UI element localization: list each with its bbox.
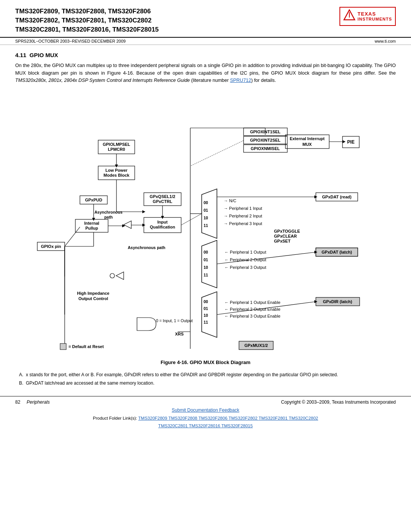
svg-line-116: [190, 141, 244, 166]
svg-text:External Interrupt: External Interrupt: [290, 136, 325, 141]
texas-label: TEXAS: [358, 11, 392, 17]
product-link-f2809[interactable]: TMS320F2809: [138, 416, 168, 420]
svg-text:01: 01: [204, 306, 208, 311]
product-link-f2806[interactable]: TMS320F2806: [198, 416, 228, 420]
svg-line-87: [65, 227, 80, 246]
ti-logo-text: TEXAS INSTRUMENTS: [358, 11, 392, 21]
spru712-link[interactable]: SPRU712: [230, 78, 251, 83]
svg-text:00: 00: [204, 200, 208, 205]
product-link-f28015[interactable]: TMS320F28015: [221, 423, 253, 428]
product-folder-prefix: Product Folder Link(s):: [93, 416, 137, 420]
svg-text:00: 00: [204, 299, 208, 304]
submit-feedback-link[interactable]: Submit Documentation Feedback: [15, 406, 396, 414]
svg-rect-100: [60, 343, 66, 350]
page: TMS320F2809, TMS320F2808, TMS320F2806 TM…: [0, 0, 411, 532]
svg-marker-19: [202, 189, 217, 238]
svg-text:01: 01: [204, 208, 208, 212]
product-link-f28016[interactable]: TMS320F28016: [189, 423, 221, 428]
product-link-c2801[interactable]: TMS320C2801: [158, 423, 189, 428]
section-title: 4.11 GPIO MUX: [15, 52, 396, 58]
footer: 82 Peripherals Copyright © 2003–2009, Te…: [0, 396, 411, 431]
svg-text:GPxTOGGLE: GPxTOGGLE: [274, 229, 300, 233]
product-folder-links: Product Folder Link(s): TMS320F2809 TMS3…: [15, 415, 396, 422]
ti-logo: TEXAS INSTRUMENTS: [339, 7, 396, 26]
website: www.ti.com: [374, 39, 396, 43]
section-label: Peripherals: [27, 399, 50, 405]
svg-text:11: 11: [204, 320, 208, 324]
svg-text:LPMCR0: LPMCR0: [108, 147, 125, 152]
svg-text:Modes Block: Modes Block: [104, 173, 130, 177]
svg-text:High Impedance: High Impedance: [77, 291, 110, 296]
section-body: On the 280x, the GPIO MUX can multiplex …: [15, 62, 396, 84]
svg-text:01: 01: [204, 257, 208, 262]
svg-text:GPxMUX1/2: GPxMUX1/2: [244, 343, 268, 348]
svg-text:← Peripheral 3 Output: ← Peripheral 3 Output: [225, 265, 266, 270]
svg-text:→ N/C: → N/C: [224, 198, 236, 203]
svg-marker-62: [116, 272, 124, 280]
footer-top: 82 Peripherals Copyright © 2003–2009, Te…: [15, 399, 396, 405]
svg-text:GPxSET: GPxSET: [274, 239, 291, 243]
svg-text:→ Peripheral 1 Input: → Peripheral 1 Input: [224, 206, 262, 211]
svg-text:GPxDAT (read): GPxDAT (read): [322, 195, 352, 199]
product-folder-links-2: TMS320C2801 TMS320F28016 TMS320F28015: [15, 422, 396, 430]
svg-text:Output Control: Output Control: [78, 296, 108, 301]
svg-text:11: 11: [204, 223, 208, 228]
svg-text:= Default at Reset: = Default at Reset: [68, 344, 104, 349]
product-link-f2801[interactable]: TMS320F2801: [259, 416, 289, 420]
svg-text:→ Peripheral 3 Input: → Peripheral 3 Input: [224, 221, 262, 226]
notes: A. x stands for the port, either A or B.…: [15, 371, 396, 387]
svg-text:Internal: Internal: [84, 221, 99, 225]
note-a: A. x stands for the port, either A or B.…: [19, 371, 396, 379]
note-b: B. GPxDAT latch/read are accessed at the…: [19, 380, 396, 387]
svg-marker-84: [142, 210, 145, 213]
figure-container: GPIOx pin GPxPUD Internal Pullup Input Q…: [15, 90, 396, 365]
figure-caption: Figure 4-16. GPIO MUX Block Diagram: [161, 359, 250, 365]
svg-text:11: 11: [204, 273, 208, 277]
svg-text:XRS: XRS: [175, 332, 184, 336]
footer-copyright: Copyright © 2003–2009, Texas Instruments…: [281, 399, 396, 405]
ti-logo-icon: [343, 9, 355, 24]
footer-links: Submit Documentation Feedback Product Fo…: [15, 406, 396, 430]
svg-point-61: [110, 273, 115, 278]
svg-text:GPxDIR (latch): GPxDIR (latch): [323, 299, 352, 304]
svg-text:GPxPUD: GPxPUD: [85, 198, 102, 202]
svg-text:Pullup: Pullup: [85, 226, 98, 230]
instruments-label: INSTRUMENTS: [358, 17, 392, 21]
svg-text:PIE: PIE: [347, 139, 354, 145]
ti-logo-box: TEXAS INSTRUMENTS: [339, 7, 396, 26]
gpio-mux-diagram: GPIOx pin GPxPUD Internal Pullup Input Q…: [30, 90, 381, 356]
svg-text:10: 10: [204, 216, 208, 220]
svg-text:10: 10: [204, 265, 208, 270]
doc-id: SPRS230L−OCTOBER 2003−REVISED DECEMBER 2…: [15, 39, 126, 43]
svg-text:GPIOx pin: GPIOx pin: [41, 244, 61, 249]
svg-marker-81: [342, 140, 346, 143]
product-link-f2802[interactable]: TMS320F2802: [229, 416, 259, 420]
svg-text:10: 10: [204, 313, 208, 318]
svg-text:Asynchronous: Asynchronous: [94, 210, 123, 214]
svg-text:→ Peripheral 2 Input: → Peripheral 2 Input: [224, 214, 262, 218]
svg-text:MUX: MUX: [303, 142, 312, 147]
svg-text:Input: Input: [158, 220, 168, 224]
document-title: TMS320F2809, TMS320F2808, TMS320F2806 TM…: [15, 7, 159, 34]
product-link-c2802[interactable]: TMS320C2802: [289, 416, 318, 420]
content: 4.11 GPIO MUX On the 280x, the GPIO MUX …: [0, 45, 411, 396]
svg-text:GPxCLEAR: GPxCLEAR: [274, 234, 297, 238]
header: TMS320F2809, TMS320F2808, TMS320F2806 TM…: [0, 0, 411, 38]
svg-marker-9: [124, 221, 131, 228]
svg-text:← Peripheral 1 Output Enable: ← Peripheral 1 Output Enable: [225, 300, 280, 305]
svg-marker-33: [202, 240, 217, 288]
svg-text:← Peripheral 1 Output: ← Peripheral 1 Output: [225, 250, 266, 254]
product-link-f2808[interactable]: TMS320F2808: [168, 416, 198, 420]
svg-text:GPxDAT (latch): GPxDAT (latch): [322, 250, 352, 254]
svg-text:← Peripheral 2 Output Enable: ← Peripheral 2 Output Enable: [225, 307, 280, 312]
svg-line-93: [181, 214, 202, 225]
svg-text:← Peripheral 3 Output Enable: ← Peripheral 3 Output Enable: [225, 314, 280, 318]
svg-text:GPIOXINT2SEL: GPIOXINT2SEL: [250, 138, 280, 142]
svg-text:← Peripheral 2 Output: ← Peripheral 2 Output: [225, 257, 266, 262]
subheader: SPRS230L−OCTOBER 2003−REVISED DECEMBER 2…: [0, 38, 411, 45]
svg-text:Qualification: Qualification: [150, 225, 175, 229]
svg-text:GPIOXNMISEL: GPIOXNMISEL: [251, 146, 280, 151]
svg-text:path: path: [104, 215, 113, 219]
svg-text:0 = Input, 1 = Output: 0 = Input, 1 = Output: [156, 318, 193, 323]
svg-text:Asynchronous path: Asynchronous path: [128, 245, 166, 250]
